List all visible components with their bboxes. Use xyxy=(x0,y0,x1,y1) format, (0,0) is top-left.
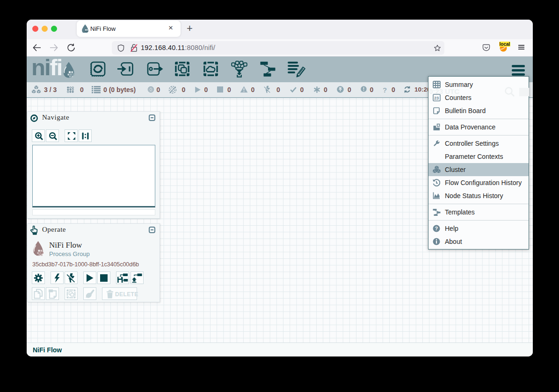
svg-text:23: 23 xyxy=(434,96,439,100)
svg-text:?: ? xyxy=(435,226,438,231)
